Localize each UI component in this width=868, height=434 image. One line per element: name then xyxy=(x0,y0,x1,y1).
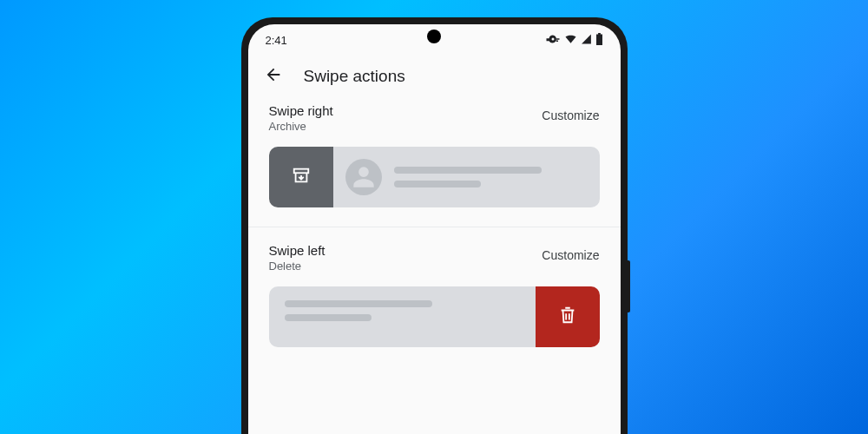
mail-preview-body xyxy=(333,147,600,207)
avatar-placeholder xyxy=(345,159,382,195)
svg-rect-0 xyxy=(293,169,308,174)
swipe-left-action: Delete xyxy=(269,260,326,273)
swipe-left-title: Swipe left xyxy=(269,243,326,258)
battery-icon xyxy=(595,33,603,48)
swipe-right-section: Swipe right Archive Customize xyxy=(248,103,621,207)
trash-icon xyxy=(558,306,577,328)
back-icon[interactable] xyxy=(264,65,283,88)
swipe-right-customize-button[interactable]: Customize xyxy=(542,103,599,122)
wifi-icon xyxy=(564,34,577,47)
mail-preview-body xyxy=(269,286,536,347)
phone-frame: 2:41 Swipe actions xyxy=(241,17,628,434)
swipe-left-customize-button[interactable]: Customize xyxy=(542,243,599,262)
text-placeholder-line xyxy=(394,167,542,174)
swipe-right-title: Swipe right xyxy=(269,103,333,118)
swipe-left-section: Swipe left Delete Customize xyxy=(248,243,621,347)
page-title: Swipe actions xyxy=(304,67,405,86)
text-placeholder-line xyxy=(285,314,372,321)
swipe-left-preview xyxy=(269,286,600,347)
front-camera xyxy=(427,30,441,43)
status-bar: 2:41 xyxy=(248,24,621,53)
signal-icon xyxy=(581,34,592,47)
vpn-icon xyxy=(545,34,561,47)
swipe-right-preview xyxy=(269,147,600,207)
delete-action-block xyxy=(536,286,600,347)
app-bar: Swipe actions xyxy=(248,53,621,103)
archive-action-block xyxy=(269,147,333,207)
section-divider xyxy=(248,227,621,227)
status-time: 2:41 xyxy=(266,34,287,47)
text-placeholder-line xyxy=(285,300,432,307)
swipe-right-action: Archive xyxy=(269,120,333,133)
archive-icon xyxy=(292,166,311,188)
screen: 2:41 Swipe actions xyxy=(248,24,621,434)
text-placeholder-line xyxy=(394,181,481,187)
status-icons xyxy=(545,33,603,48)
phone-side-button xyxy=(628,260,630,312)
